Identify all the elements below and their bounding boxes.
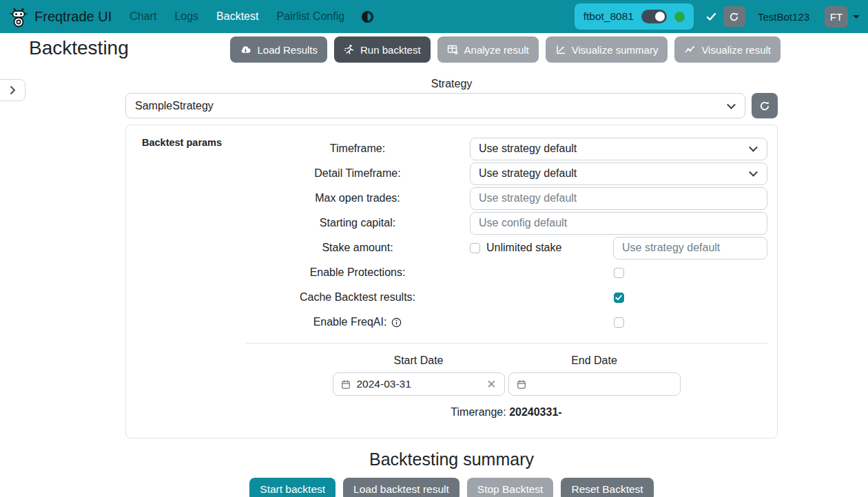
- refresh-icon: [759, 101, 770, 112]
- global-refresh-button[interactable]: [723, 6, 745, 27]
- freqtrade-robot-logo-icon: [8, 6, 29, 28]
- check-icon: [706, 12, 716, 21]
- table-gear-icon: [447, 44, 459, 55]
- scatter-chart-icon: [684, 44, 696, 55]
- navbar-right: ftbot_8081 TestBot123 FT: [575, 3, 860, 30]
- end-date-input[interactable]: [508, 372, 681, 396]
- timeframe-select[interactable]: Use strategy default: [470, 138, 767, 160]
- theme-toggle-button[interactable]: [361, 10, 374, 23]
- strategy-label: Strategy: [125, 78, 778, 90]
- load-results-button[interactable]: Load Results: [230, 36, 327, 63]
- info-icon[interactable]: [391, 317, 402, 328]
- start-date-input[interactable]: 2024-03-31 ✕: [333, 372, 505, 396]
- page-header: Backtesting Load Results: [0, 33, 868, 63]
- timerange-label: Timerange:: [451, 406, 506, 418]
- top-navbar: Freqtrade UI Chart Logs Backtest Pairlis…: [0, 0, 868, 33]
- analyze-result-button[interactable]: Analyze result: [437, 36, 539, 63]
- cache-backtest-results-label: Cache Backtest results:: [245, 291, 470, 304]
- timerange-display: Timerange: 20240331-: [245, 406, 767, 419]
- max-open-trades-row: Max open trades:: [245, 186, 767, 211]
- chevron-down-icon: [749, 143, 758, 152]
- detail-timeframe-select[interactable]: Use strategy default: [470, 162, 767, 185]
- max-open-trades-input[interactable]: [470, 187, 767, 210]
- timeframe-row: Timeframe: Use strategy default: [245, 136, 767, 161]
- backtesting-summary-title: Backtesting summary: [125, 450, 778, 469]
- nav-link-backtest[interactable]: Backtest: [216, 10, 258, 23]
- nav-link-chart[interactable]: Chart: [130, 10, 156, 23]
- unlimited-stake-label: Unlimited stake: [486, 242, 561, 254]
- strategy-refresh-button[interactable]: [752, 93, 778, 118]
- bot-toggle[interactable]: [641, 10, 667, 23]
- stake-amount-label: Stake amount:: [245, 242, 470, 254]
- app-title: Freqtrade UI: [34, 9, 112, 25]
- unlimited-stake-checkbox[interactable]: [470, 243, 480, 253]
- load-backtest-result-button[interactable]: Load backtest result: [343, 478, 459, 497]
- nav-link-logs[interactable]: Logs: [174, 10, 198, 23]
- enable-protections-checkbox[interactable]: [614, 268, 624, 278]
- divider: [245, 343, 767, 343]
- enable-freqai-label: Enable FreqAI:: [245, 316, 470, 328]
- load-results-label: Load Results: [257, 44, 318, 56]
- bot-name: ftbot_8081: [583, 10, 634, 23]
- start-backtest-button[interactable]: Start backtest: [249, 478, 335, 497]
- stake-amount-input[interactable]: [613, 237, 767, 260]
- visualize-result-button[interactable]: Visualize result: [674, 36, 781, 63]
- summary-buttons: Start backtest Load backtest result Stop…: [125, 478, 778, 497]
- starting-capital-input[interactable]: [470, 212, 767, 235]
- line-chart-icon: [555, 44, 566, 55]
- strategy-select[interactable]: SampleStrategy: [125, 93, 745, 118]
- start-date-label: Start Date: [333, 355, 505, 367]
- enable-freqai-checkbox[interactable]: [614, 317, 624, 328]
- visualize-result-label: Visualize result: [701, 44, 771, 56]
- bot-selector[interactable]: ftbot_8081: [575, 3, 694, 30]
- avatar: FT: [825, 6, 848, 28]
- chevron-down-icon: [749, 168, 758, 177]
- backtest-params-panel: Backtest params Timeframe: Use strategy …: [125, 125, 778, 438]
- strategy-selected-value: SampleStrategy: [135, 100, 214, 112]
- timerange-value: 20240331-: [509, 406, 562, 418]
- backtest-params-form: Timeframe: Use strategy default Detail T…: [245, 136, 767, 419]
- visualize-summary-button[interactable]: Visualize summary: [546, 36, 668, 63]
- refresh-icon: [729, 12, 739, 22]
- visualize-summary-label: Visualize summary: [572, 44, 659, 56]
- date-range-block: Start Date End Date: [333, 355, 681, 396]
- clear-date-icon[interactable]: ✕: [486, 379, 496, 390]
- panel-title: Backtest params: [142, 137, 222, 148]
- cloud-download-icon: [240, 45, 251, 55]
- cache-backtest-results-checkbox[interactable]: [614, 293, 624, 303]
- toggle-knob: [655, 12, 665, 21]
- end-date-label: End Date: [508, 355, 681, 367]
- reset-backtest-button[interactable]: Reset Backtest: [561, 478, 653, 497]
- starting-capital-label: Starting capital:: [245, 217, 470, 229]
- enable-freqai-label-text: Enable FreqAI:: [313, 316, 387, 328]
- detail-timeframe-value: Use strategy default: [479, 167, 577, 180]
- enable-protections-row: Enable Protections:: [245, 260, 767, 285]
- sidebar-expand-button[interactable]: [0, 79, 25, 101]
- strategy-select-row: SampleStrategy: [125, 93, 778, 118]
- backtest-setup-section: Strategy SampleStrategy Backtest params: [125, 78, 778, 497]
- brand[interactable]: Freqtrade UI: [8, 6, 112, 28]
- chevron-down-icon: [853, 15, 860, 19]
- cache-backtest-results-row: Cache Backtest results:: [245, 285, 767, 310]
- starting-capital-row: Starting capital:: [245, 211, 767, 235]
- user-menu-button[interactable]: FT: [825, 6, 860, 28]
- stake-amount-row: Stake amount: Unlimited stake: [245, 235, 767, 260]
- calendar-icon: [341, 379, 351, 390]
- page-title: Backtesting: [29, 36, 129, 60]
- chevron-right-icon: [10, 85, 16, 95]
- bot-online-status-dot: [674, 12, 685, 22]
- chevron-down-icon: [727, 100, 736, 109]
- stop-backtest-button[interactable]: Stop Backtest: [467, 478, 554, 497]
- theme-moon-icon: [361, 10, 374, 23]
- unlimited-stake-group: Unlimited stake: [470, 242, 561, 254]
- run-backtest-button[interactable]: Run backtest: [334, 36, 431, 63]
- nav-link-pairlist-config[interactable]: Pairlist Config: [276, 10, 344, 23]
- detail-timeframe-label: Detail Timeframe:: [245, 167, 470, 180]
- analyze-result-label: Analyze result: [464, 44, 529, 56]
- max-open-trades-label: Max open trades:: [245, 192, 470, 204]
- enable-freqai-row: Enable FreqAI:: [245, 310, 767, 335]
- start-date-value: 2024-03-31: [357, 378, 411, 390]
- calendar-icon: [517, 379, 526, 390]
- run-backtest-label: Run backtest: [360, 44, 421, 56]
- nav-links: Chart Logs Backtest Pairlist Config: [130, 10, 344, 23]
